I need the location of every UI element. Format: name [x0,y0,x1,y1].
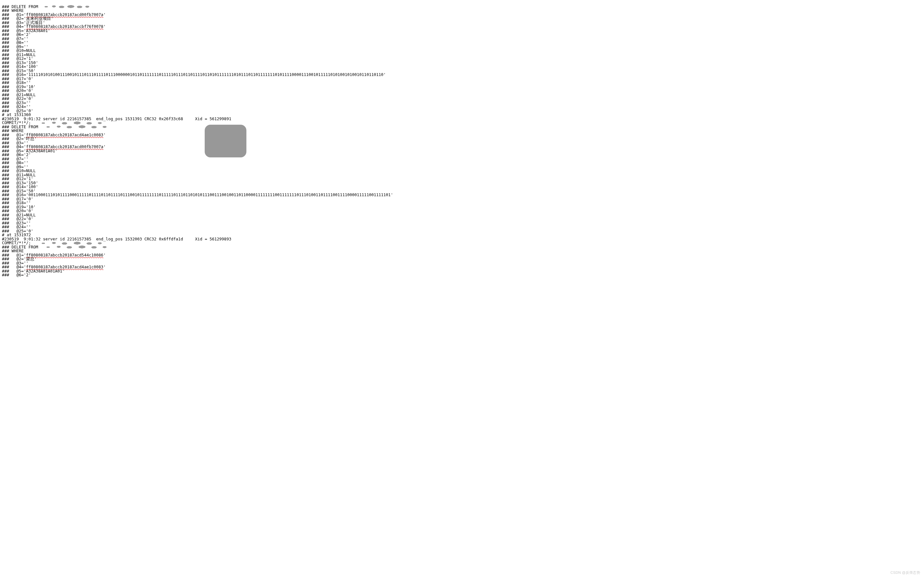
log-line: ### @13='150' [2,181,922,185]
log-line: ### @7='' [2,37,922,41]
log-line: ### @8='' [2,41,922,45]
log-line: ### @16='0011000111010111100011111011110… [2,193,922,197]
log-line: ### @13='150' [2,61,922,65]
log-line: ### @1='ff80808187abccb20187acd544c10086… [2,253,922,258]
redaction-scribble [41,125,111,129]
log-line: ### @22='0' [2,217,922,221]
log-line: ### @17='0' [2,197,922,201]
grey-overlay-rectangle [205,125,246,157]
redaction-scribble [41,245,111,249]
log-line: ### @2='叶总' [2,137,922,141]
log-line: ### @5='A32A38A01A01' [2,149,922,153]
redaction-scribble [41,5,92,9]
log-line: ### @11=NULL [2,53,922,57]
log-line: ### @10=NULL [2,169,922,173]
log-line: ### @6='2' [2,153,922,157]
log-line: ### @4='ff80808187abccb20187acd00fb7007a… [2,145,922,149]
log-line: ### DELETE FROM [2,245,922,250]
log-line: COMMIT/*!*/; [2,241,922,245]
log-line: ### @1='ff80808187abccb20187acd00fb7007a… [2,13,922,17]
log-line: ### @5='A32A38A01' [2,29,922,33]
log-line: ### @17='0' [2,77,922,81]
log-line: ### @21=NULL [2,93,922,97]
log-line: ### @14='100' [2,65,922,69]
log-line: ### @3='' [2,261,922,266]
log-line: ### @24='' [2,225,922,229]
log-line: ### @18='' [2,81,922,85]
log-line: ### @3='正式项目' [2,21,922,25]
log-line: ### @22='0' [2,97,922,101]
log-line: ### WHERE [2,249,922,253]
log-line: ### @4='ff80808187abccb20187acd4ae1c0083… [2,265,922,269]
log-line: ### @18='' [2,201,922,205]
log-line: ### @19='10' [2,205,922,210]
redaction-scribble [36,242,107,245]
log-line: ### @25='0' [2,109,922,113]
log-line: ### @20='0' [2,89,922,93]
log-line: ### @24='' [2,105,922,109]
redaction-scribble [36,121,107,125]
log-line: ### @9='' [2,45,922,49]
log-line: ### @3='' [2,141,922,145]
log-line: ### @16='1111101010100111001011101110111… [2,73,922,77]
log-line: ### @8='' [2,161,922,165]
log-line: ### @2='梁总' [2,257,922,261]
log-line: ### @14='100' [2,185,922,189]
binlog-output: ### DELETE FROM ### WHERE### @1='ff80808… [0,4,924,278]
log-line: ### @6='2' [2,33,922,37]
log-line: ### @10=NULL [2,49,922,53]
log-line: ### @7='' [2,157,922,161]
log-line: ### DELETE FROM [2,5,922,9]
log-line: ### @20='0' [2,209,922,213]
log-line: ### WHERE [2,9,922,13]
log-line: ### @5='A32A38A01A01A01' [2,269,922,274]
log-line: ### @9='' [2,165,922,169]
log-line: ### @21=NULL [2,213,922,218]
log-line: ### @25='0' [2,229,922,234]
watermark-text: CSDN @反弹态势 [891,571,920,574]
log-line: ### @6='2' [2,273,922,277]
log-line: ### @4='ff80808187abccb20187accbf76f0078… [2,25,922,29]
log-line: ### @23='' [2,221,922,226]
log-line: ### @12='1' [2,177,922,181]
log-line: COMMIT/*!*/; [2,121,922,125]
log-line: ### @12='1' [2,57,922,61]
log-line: ### @19='10' [2,85,922,89]
log-line: ### @2='未来药业项目' [2,17,922,21]
log-line: ### @11=NULL [2,173,922,177]
log-line: #230519 9:01:32 server id 2216157385 end… [2,237,922,242]
log-line: ### @23='' [2,101,922,105]
log-line: #230519 9:01:32 server id 2216157385 end… [2,117,922,121]
log-line: ### @1='ff80808187abccb20187acd4ae1c0083… [2,133,922,137]
log-line: ### WHERE [2,129,922,133]
log-line: ### DELETE FROM [2,125,922,129]
